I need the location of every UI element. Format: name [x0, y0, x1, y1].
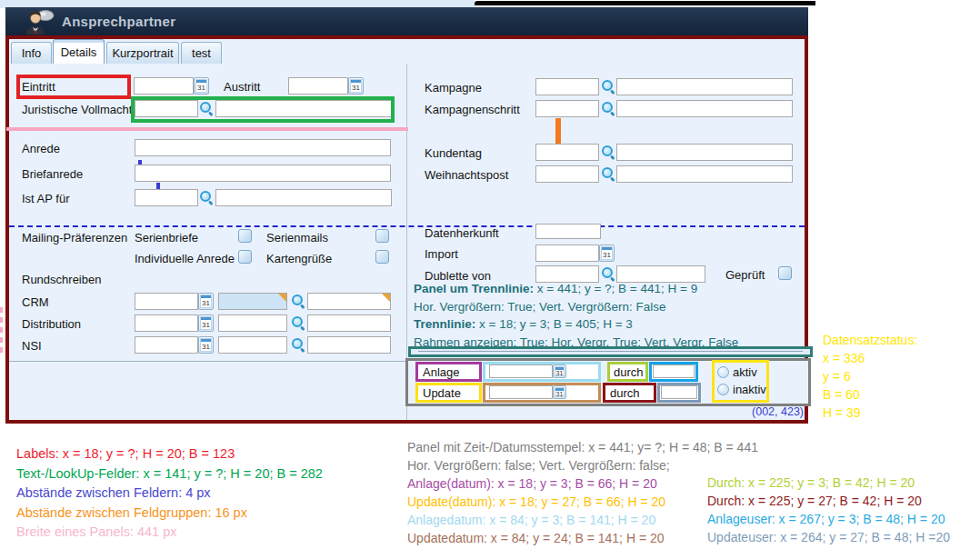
- update-calendar-button[interactable]: 31: [553, 385, 566, 399]
- annotation-line: Durch: x = 225; y = 27; B = 42; H = 20: [707, 492, 950, 510]
- tab-kurzportrait[interactable]: Kurzportrait: [106, 42, 179, 64]
- annotation-line: Panel um Trennlinie: x = 441; y = ?; B =…: [414, 280, 738, 298]
- nsi-date-field[interactable]: [135, 336, 198, 354]
- ist-ap-fuer-lookup-icon[interactable]: [199, 190, 214, 205]
- distribution-text-field[interactable]: [307, 314, 391, 332]
- datensatzstatus-box: aktiv inaktiv: [712, 360, 769, 403]
- kartengruesse-checkbox[interactable]: [375, 250, 389, 264]
- aktiv-radio[interactable]: [717, 366, 729, 378]
- weihnachtspost-text-field[interactable]: [616, 165, 793, 183]
- weihnachtspost-label: Weihnachtspost: [425, 168, 508, 182]
- datenherkunft-label: Datenherkunft: [425, 226, 499, 240]
- kundentag-lookup-icon[interactable]: [601, 145, 615, 159]
- kampagne-lookup-field[interactable]: [535, 78, 599, 95]
- dublette-lookup-icon[interactable]: [601, 266, 615, 281]
- annotation-line: Labels: x = 18; y = ?; H = 20; B = 123: [16, 444, 323, 464]
- datenherkunft-field[interactable]: [535, 224, 601, 239]
- kundentag-label: Kundentag: [425, 146, 482, 160]
- ist-ap-fuer-lookup-field[interactable]: [135, 189, 198, 206]
- anrede-label: Anrede: [22, 142, 60, 155]
- annotation-rest: x = 441; y = ?; B = 441; H = 9: [534, 282, 697, 295]
- left-panel-bottom-line: [9, 361, 406, 362]
- calendar-31: 31: [199, 299, 213, 307]
- import-label: Import: [425, 247, 458, 261]
- nsi-lookup-icon[interactable]: [291, 337, 305, 352]
- serienbriefe-label: Serienbriefe: [135, 231, 198, 245]
- calendar-31: 31: [554, 390, 565, 398]
- eintritt-date-field[interactable]: [134, 77, 194, 95]
- distribution-lookup-icon[interactable]: [291, 315, 305, 330]
- updatedatum-field[interactable]: [489, 385, 553, 399]
- tab-details[interactable]: Details: [53, 39, 105, 64]
- serienmails-checkbox[interactable]: [375, 229, 389, 243]
- anrede-field[interactable]: [135, 139, 391, 156]
- tab-info[interactable]: Info: [11, 42, 52, 64]
- calendar-31: 31: [349, 84, 363, 92]
- kundentag-text-field[interactable]: [616, 144, 793, 161]
- import-calendar-button[interactable]: 31: [599, 245, 615, 262]
- weihnachtspost-lookup-field[interactable]: [535, 165, 599, 183]
- briefanrede-field[interactable]: [135, 165, 391, 182]
- anlage-calendar-button[interactable]: 31: [553, 364, 566, 378]
- anlagedatum-box: 31: [483, 362, 601, 382]
- datensatzstatus-annotation: Datensatzstatus:x = 336y = 6B = 60H = 39: [823, 331, 917, 422]
- updateuser-field[interactable]: [661, 385, 697, 399]
- distribution-calendar-button[interactable]: 31: [198, 314, 214, 332]
- individuelle-anrede-label: Individuelle Anrede: [135, 252, 235, 265]
- annotation-line: H = 39: [823, 404, 917, 422]
- tab-details-label: Details: [61, 45, 97, 59]
- annotation-rest: x = 18; y = 3; B = 405; H = 3: [475, 317, 633, 331]
- calendar-bar: [351, 80, 361, 83]
- kundentag-lookup-field[interactable]: [535, 144, 599, 161]
- dialog-title-bar[interactable]: Ansprechpartner: [5, 7, 808, 35]
- annotation-line: Updatedatum: x = 84; y = 24; B = 141; H …: [407, 529, 758, 547]
- annotation-line: Update(datum): x = 18; y = 27; B = 66; H…: [407, 493, 758, 511]
- eintritt-calendar-button[interactable]: 31: [194, 77, 209, 95]
- updatedatum-box: 31: [483, 383, 601, 403]
- annotation-bold: Trennlinie:: [414, 317, 475, 331]
- crm-text-field[interactable]: [307, 293, 391, 310]
- crm-calendar-button[interactable]: 31: [198, 293, 214, 310]
- aktiv-label: aktiv: [733, 365, 757, 379]
- nsi-calendar-button[interactable]: 31: [198, 336, 214, 354]
- tab-test[interactable]: test: [181, 42, 222, 64]
- kampagne-lookup-icon[interactable]: [601, 79, 615, 94]
- ist-ap-fuer-text-field[interactable]: [215, 189, 392, 206]
- serienbriefe-checkbox[interactable]: [238, 229, 252, 243]
- distribution-label: Distribution: [22, 317, 81, 331]
- kampagnenschritt-text-field[interactable]: [616, 100, 793, 117]
- crm-lookup-icon[interactable]: [291, 294, 305, 308]
- anlageuser-field[interactable]: [653, 364, 695, 378]
- annotation-line: y = 6: [823, 367, 917, 385]
- durch-anlage-box: durch: [607, 362, 648, 382]
- nsi-label: NSI: [22, 339, 42, 353]
- crm-date-field[interactable]: [135, 293, 198, 310]
- import-date-field[interactable]: [535, 245, 599, 262]
- annotation-line: Abstände zwischen Feldern: 4 px: [16, 484, 323, 504]
- austritt-calendar-button[interactable]: 31: [348, 77, 364, 95]
- inaktiv-radio[interactable]: [717, 384, 729, 395]
- kampagnenschritt-lookup-icon[interactable]: [601, 101, 615, 115]
- crm-lookup-field[interactable]: [218, 293, 287, 310]
- annotation-line: Durch: x = 225; y = 3; B = 42; H = 20: [707, 474, 950, 492]
- austritt-label: Austritt: [224, 80, 260, 94]
- kampagnenschritt-lookup-field[interactable]: [535, 100, 599, 117]
- screenshot-canvas: Ansprechpartner Info Details Kurzportrai…: [0, 0, 980, 549]
- annotation-line: B = 60: [823, 385, 917, 404]
- weihnachtspost-lookup-icon[interactable]: [601, 166, 615, 181]
- distribution-lookup-field[interactable]: [218, 314, 287, 332]
- annotation-line: Text-/LookUp-Felder: x = 141; y = ?; H =…: [16, 464, 323, 484]
- distribution-date-field[interactable]: [135, 314, 198, 332]
- nsi-text-field[interactable]: [307, 336, 391, 354]
- update-label-box: Update: [415, 383, 482, 403]
- austritt-date-field[interactable]: [288, 77, 348, 95]
- coordinates-readout: (002, 423): [727, 405, 804, 418]
- anlagedatum-field[interactable]: [489, 364, 553, 378]
- nsi-lookup-field[interactable]: [218, 336, 287, 354]
- tab-kurzportrait-label: Kurzportrait: [112, 46, 173, 60]
- annotation-line: Anlagedatum: x = 84; y = 3; B = 141; H =…: [407, 511, 758, 529]
- kampagne-text-field[interactable]: [616, 78, 793, 95]
- geprueft-checkbox[interactable]: [778, 266, 792, 280]
- individuelle-anrede-checkbox[interactable]: [238, 250, 252, 264]
- separator-panel-box: [408, 346, 813, 357]
